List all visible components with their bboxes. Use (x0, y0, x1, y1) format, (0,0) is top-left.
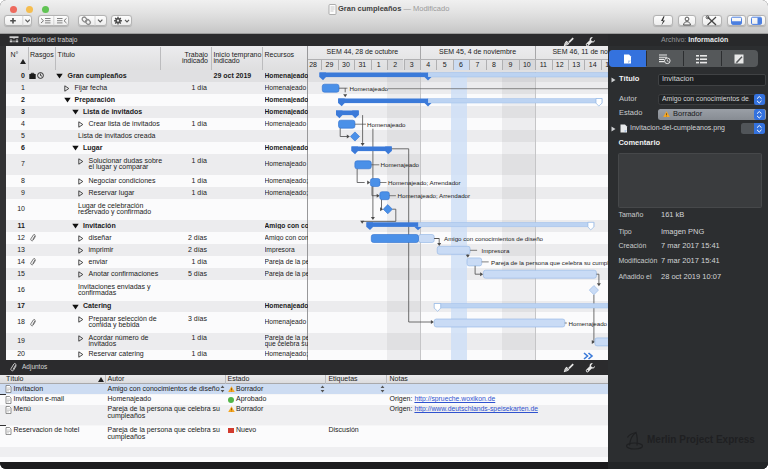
svg-text:Homenajeado: Homenajeado (380, 161, 419, 168)
svg-text:Homenajeado: Homenajeado (367, 120, 406, 127)
svg-text:Homenajeado; Arrendador: Homenajeado; Arrendador (388, 179, 461, 186)
svg-text:Homenajeado: Homenajeado (349, 84, 388, 91)
svg-text:Homenajeado: Homenajeado (568, 319, 607, 326)
svg-text:Homenajeado; Arrendador: Homenajeado; Arrendador (397, 192, 470, 199)
svg-text:Impresora: Impresora (481, 246, 509, 253)
svg-text:Amigo con conocimientos de dis: Amigo con conocimientos de diseño (444, 235, 544, 242)
svg-text:Pareja de la persona que celeb: Pareja de la persona que celebra su cump… (491, 258, 608, 265)
